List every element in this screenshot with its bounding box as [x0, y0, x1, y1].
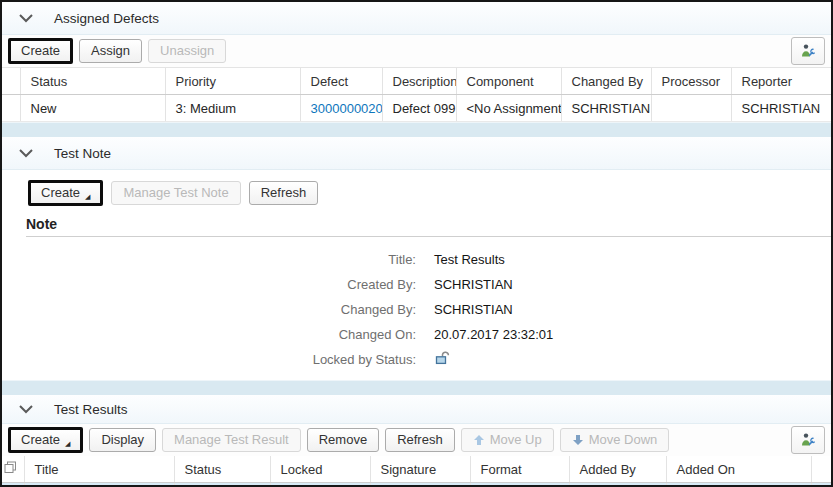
section-divider — [2, 122, 831, 137]
col-changed-by[interactable]: Changed By — [561, 68, 651, 95]
test-result-signature — [370, 483, 470, 487]
chevron-down-icon[interactable] — [18, 145, 34, 161]
test-note-toolbar: Create ◢ Manage Test Note Refresh — [28, 180, 831, 206]
test-note-header: Test Note — [2, 137, 831, 170]
row-selector-header — [2, 68, 20, 95]
field-title-label: Title: — [28, 252, 434, 267]
field-title-value: Test Results — [434, 252, 505, 267]
personalize-button[interactable] — [791, 426, 825, 454]
field-locked-by-status: Locked by Status: — [28, 347, 831, 372]
test-result-added-by: SCHRISTIAN — [569, 483, 666, 487]
test-execution-panel: Assigned Defects Create Assign Unassign — [0, 0, 833, 487]
move-up-label: Move Up — [490, 432, 542, 448]
test-result-added-on: 20.07.2017 23:32:47 — [666, 483, 811, 487]
chevron-down-icon[interactable] — [18, 401, 34, 417]
col-format[interactable]: Format — [470, 456, 569, 483]
field-changed-by-value: SCHRISTIAN — [434, 302, 513, 317]
col-reporter[interactable]: Reporter — [731, 68, 831, 95]
arrow-up-icon — [473, 434, 485, 446]
assign-defect-label: Assign — [91, 43, 130, 59]
test-results-toolbar: Create ◢ Display Manage Test Result Remo… — [2, 424, 831, 456]
defect-description: Defect 099 — [382, 95, 456, 122]
unassign-defect-button: Unassign — [148, 39, 226, 63]
test-result-status: In Progress — [174, 483, 270, 487]
create-defect-label: Create — [21, 43, 60, 59]
test-results-table: Title Status Locked Signature Format Add… — [2, 456, 831, 487]
personalize-button[interactable] — [791, 37, 825, 65]
unlocked-icon — [270, 483, 370, 487]
row-selector-cell[interactable] — [2, 95, 20, 122]
note-divider — [26, 236, 831, 237]
field-changed-by: Changed By: SCHRISTIAN — [28, 297, 831, 322]
refresh-test-note-label: Refresh — [261, 185, 307, 201]
col-status[interactable]: Status — [174, 456, 270, 483]
section-title-assigned-defects: Assigned Defects — [54, 11, 159, 26]
manage-test-result-label: Manage Test Result — [174, 432, 289, 448]
refresh-test-note-button[interactable]: Refresh — [249, 181, 319, 205]
display-test-result-button[interactable]: Display — [89, 428, 156, 452]
menu-triangle-icon: ◢ — [85, 194, 90, 200]
col-signature[interactable]: Signature — [370, 456, 470, 483]
test-result-row[interactable]: Test Results In Progress doc SCHRISTIAN … — [2, 483, 831, 487]
arrow-down-icon — [572, 434, 584, 446]
test-results-header-row: Title Status Locked Signature Format Add… — [2, 456, 831, 483]
col-locked[interactable]: Locked — [270, 456, 370, 483]
col-description[interactable]: Description — [382, 68, 456, 95]
defect-number-link[interactable]: 3000000020 — [300, 95, 382, 122]
col-added-on[interactable]: Added On — [666, 456, 811, 483]
display-label: Display — [101, 432, 144, 448]
defect-changed-by: SCHRISTIAN — [561, 95, 651, 122]
create-test-note-button[interactable]: Create ◢ — [28, 180, 103, 206]
test-results-header: Test Results — [2, 395, 831, 424]
create-defect-button[interactable]: Create — [8, 38, 73, 64]
copy-icon[interactable] — [2, 456, 24, 483]
defect-row[interactable]: New 3: Medium 3000000020 Defect 099 <No … — [2, 95, 831, 122]
manage-test-result-button: Manage Test Result — [162, 428, 301, 452]
field-changed-on-value: 20.07.2017 23:32:01 — [434, 327, 553, 342]
unassign-defect-label: Unassign — [160, 43, 214, 59]
manage-test-note-button: Manage Test Note — [111, 181, 240, 205]
field-changed-by-label: Changed By: — [28, 302, 434, 317]
create-test-result-button[interactable]: Create ◢ — [8, 427, 83, 453]
col-priority[interactable]: Priority — [165, 68, 300, 95]
assign-defect-button[interactable]: Assign — [79, 39, 142, 63]
defect-processor — [651, 95, 731, 122]
scrollbar-header-cell — [811, 456, 831, 483]
refresh-test-results-button[interactable]: Refresh — [385, 428, 455, 452]
defect-status: New — [20, 95, 165, 122]
row-selector-cell-selected[interactable] — [2, 483, 24, 487]
remove-label: Remove — [319, 432, 367, 448]
chevron-down-icon[interactable] — [18, 10, 34, 26]
assigned-defects-table: Status Priority Defect Description Compo… — [2, 68, 831, 122]
note-heading: Note — [26, 216, 831, 232]
test-result-title-link[interactable]: Test Results — [24, 483, 174, 487]
create-test-result-label: Create — [21, 432, 60, 448]
col-added-by[interactable]: Added By — [569, 456, 666, 483]
col-status[interactable]: Status — [20, 68, 165, 95]
field-changed-on-label: Changed On: — [28, 327, 434, 342]
col-defect[interactable]: Defect — [300, 68, 382, 95]
field-created-by-value: SCHRISTIAN — [434, 277, 513, 292]
section-title-test-note: Test Note — [54, 146, 111, 161]
scroll-up-button[interactable] — [811, 483, 831, 487]
col-processor[interactable]: Processor — [651, 68, 731, 95]
col-title[interactable]: Title — [24, 456, 174, 483]
col-component[interactable]: Component — [456, 68, 561, 95]
remove-test-result-button[interactable]: Remove — [307, 428, 379, 452]
person-wrench-icon — [800, 43, 816, 59]
field-created-by: Created By: SCHRISTIAN — [28, 272, 831, 297]
refresh-label: Refresh — [397, 432, 443, 448]
field-changed-on: Changed On: 20.07.2017 23:32:01 — [28, 322, 831, 347]
create-test-note-label: Create — [41, 185, 80, 201]
section-title-test-results: Test Results — [54, 402, 128, 417]
move-up-button: Move Up — [461, 428, 554, 452]
test-note-content: Create ◢ Manage Test Note Refresh Note T… — [2, 170, 831, 380]
defect-reporter: SCHRISTIAN — [731, 95, 831, 122]
move-down-button: Move Down — [560, 428, 670, 452]
field-title: Title: Test Results — [28, 247, 831, 272]
defect-priority: 3: Medium — [165, 95, 300, 122]
assigned-defects-header-row: Status Priority Defect Description Compo… — [2, 68, 831, 95]
manage-test-note-label: Manage Test Note — [123, 185, 228, 201]
test-result-format: doc — [470, 483, 569, 487]
person-wrench-icon — [800, 432, 816, 448]
